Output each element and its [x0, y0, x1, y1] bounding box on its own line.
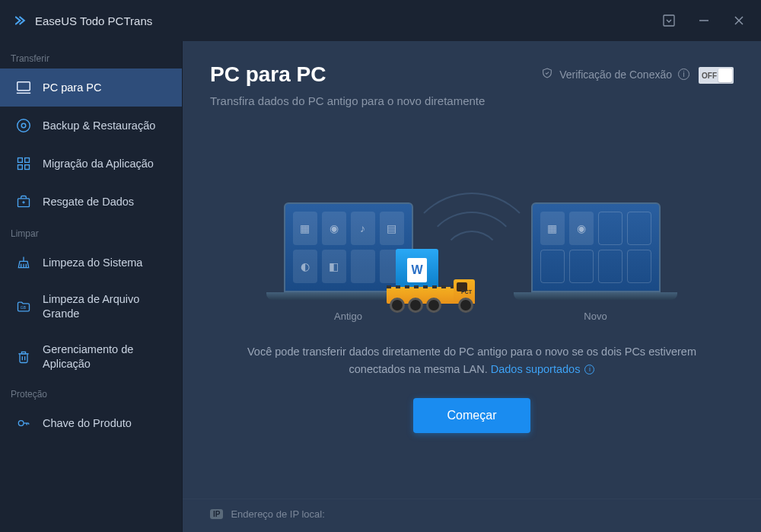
page-subtitle: Transfira dados do PC antigo para o novo…	[210, 93, 499, 110]
section-label-protection: Proteção	[0, 381, 182, 404]
window-controls	[662, 14, 746, 27]
svg-point-22	[18, 421, 24, 426]
page-title: PC para PC	[210, 62, 526, 87]
svg-rect-10	[18, 165, 23, 170]
sidebar-item-data-rescue[interactable]: Resgate de Dados	[0, 183, 182, 221]
logo-icon	[15, 14, 29, 27]
folder-gb-icon: GB	[15, 298, 32, 315]
backup-icon	[15, 117, 32, 134]
shield-check-icon	[541, 67, 553, 81]
ip-label: Endereço de IP local:	[231, 508, 324, 520]
svg-text:GB: GB	[21, 305, 27, 310]
start-button[interactable]: Começar	[413, 398, 530, 433]
svg-rect-11	[25, 165, 30, 170]
minimize-icon[interactable]	[697, 14, 711, 27]
dropdown-icon[interactable]	[662, 14, 676, 27]
illustration-area: ▦◉♪▤ ◐◧ Antigo ▦◉ Novo W	[183, 121, 761, 499]
sidebar-item-product-key[interactable]: Chave do Produto	[0, 404, 182, 442]
sidebar-item-label: PC para PC	[43, 81, 167, 95]
svg-rect-8	[18, 158, 23, 163]
sidebar-item-label: Chave do Produto	[43, 416, 167, 431]
monitor-icon	[15, 79, 32, 96]
sidebar-item-label: Limpeza do Sistema	[43, 256, 167, 270]
sidebar: Transferir PC para PC Backup & Restauraç…	[0, 41, 183, 532]
ip-badge: IP	[210, 509, 223, 519]
sidebar-item-label: Gerenciamento de Aplicação	[43, 342, 167, 371]
truck-label: PCT	[461, 289, 472, 295]
sidebar-item-system-cleanup[interactable]: Limpeza do Sistema	[0, 244, 182, 282]
svg-rect-4	[18, 82, 30, 91]
sidebar-item-large-file-cleanup[interactable]: GB Limpeza de Arquivo Grande	[0, 282, 182, 332]
titlebar: EaseUS Todo PCTrans	[0, 0, 761, 41]
footer: IP Endereço de IP local:	[183, 499, 761, 532]
verify-label: Verificação de Conexão	[559, 68, 672, 81]
key-icon	[15, 415, 32, 432]
sidebar-item-backup-restore[interactable]: Backup & Restauração	[0, 107, 182, 145]
sidebar-item-label: Backup & Restauração	[43, 119, 167, 133]
close-icon[interactable]	[732, 14, 746, 27]
connection-verify-block: Verificação de Conexão i OFF	[541, 62, 734, 110]
description-text: Você pode transferir dados diretamente d…	[228, 343, 715, 378]
sidebar-item-label: Migração da Aplicação	[43, 157, 167, 171]
sidebar-item-pc-to-pc[interactable]: PC para PC	[0, 68, 182, 107]
sidebar-item-label: Limpeza de Arquivo Grande	[43, 292, 167, 321]
broom-icon	[15, 254, 32, 271]
cargo-letter: W	[407, 258, 427, 282]
main-header: PC para PC Transfira dados do PC antigo …	[183, 41, 761, 121]
section-label-transfer: Transferir	[0, 46, 182, 68]
new-laptop-icon: ▦◉ Novo	[514, 202, 677, 322]
info-icon[interactable]: i	[678, 68, 689, 80]
sidebar-item-app-management[interactable]: Gerenciamento de Aplicação	[0, 332, 182, 382]
svg-rect-0	[664, 15, 674, 26]
app-title: EaseUS Todo PCTrans	[35, 14, 152, 27]
desc-part1: Você pode transferir dados diretamente d…	[247, 346, 696, 375]
trash-icon	[15, 349, 32, 365]
verify-toggle[interactable]: OFF	[699, 67, 734, 84]
supported-data-link[interactable]: Dados suportados i	[491, 363, 595, 375]
main-panel: PC para PC Transfira dados do PC antigo …	[183, 41, 761, 532]
svg-rect-9	[25, 158, 30, 163]
new-laptop-label: Novo	[514, 311, 677, 322]
toggle-state: OFF	[702, 72, 717, 80]
apps-icon	[15, 155, 32, 172]
svg-point-7	[21, 123, 26, 128]
sidebar-item-app-migration[interactable]: Migração da Aplicação	[0, 145, 182, 183]
svg-point-6	[18, 119, 30, 132]
briefcase-icon	[15, 193, 32, 210]
truck-icon: W PCT	[380, 247, 479, 316]
section-label-clean: Limpar	[0, 221, 182, 244]
app-logo: EaseUS Todo PCTrans	[15, 14, 152, 27]
sidebar-item-label: Resgate de Dados	[43, 195, 167, 209]
